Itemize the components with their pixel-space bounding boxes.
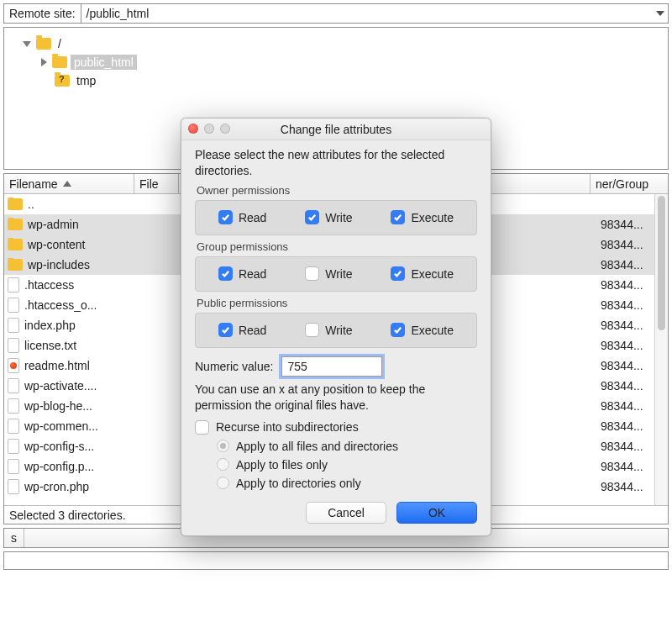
radio-icon bbox=[217, 477, 229, 489]
file-icon bbox=[8, 419, 19, 434]
recurse-row[interactable]: Recurse into subdirectories bbox=[195, 420, 477, 435]
file-owner: 98344... bbox=[601, 278, 643, 292]
dialog-body: Please select the new attributes for the… bbox=[181, 140, 491, 535]
file-name: license.txt bbox=[24, 339, 76, 352]
file-owner: 98344... bbox=[601, 440, 643, 453]
checkbox-icon[interactable] bbox=[305, 266, 319, 281]
file-icon bbox=[8, 479, 19, 494]
numeric-value-input[interactable] bbox=[281, 356, 382, 377]
tree-root[interactable]: / bbox=[8, 34, 664, 53]
perm-label: Read bbox=[239, 324, 266, 337]
checkbox-icon[interactable] bbox=[305, 210, 319, 224]
checkbox-icon[interactable] bbox=[218, 266, 233, 281]
perm-label: Execute bbox=[411, 324, 454, 337]
change-attributes-dialog: Change file attributes Please select the… bbox=[181, 118, 491, 536]
checkbox-icon[interactable] bbox=[305, 323, 319, 337]
tree-root-label: / bbox=[55, 36, 65, 51]
col-filesize[interactable]: File bbox=[134, 174, 179, 193]
file-owner: 98344... bbox=[601, 480, 643, 493]
chevron-down-icon[interactable] bbox=[656, 11, 664, 16]
file-icon bbox=[8, 398, 19, 414]
group-label-owner: Owner permissions bbox=[197, 184, 477, 197]
checkbox-icon[interactable] bbox=[218, 210, 233, 224]
remote-site-label: Remote site: bbox=[4, 7, 81, 20]
file-name: .htaccess bbox=[24, 278, 74, 292]
dialog-title: Change file attributes bbox=[281, 123, 391, 136]
remote-site-bar: Remote site: /public_html bbox=[3, 3, 669, 24]
folder-unknown-icon bbox=[55, 75, 70, 87]
file-icon bbox=[8, 277, 19, 293]
hint-text: You can use an x at any position to keep… bbox=[195, 382, 477, 414]
scrollbar[interactable] bbox=[654, 194, 668, 505]
folder-icon bbox=[8, 198, 23, 210]
public-write-toggle[interactable]: Write bbox=[305, 323, 352, 337]
checkbox-icon[interactable] bbox=[218, 323, 233, 337]
owner-read-toggle[interactable]: Read bbox=[218, 210, 266, 224]
dialog-titlebar[interactable]: Change file attributes bbox=[181, 119, 491, 140]
folder-icon bbox=[8, 259, 23, 271]
scrollbar-thumb[interactable] bbox=[658, 196, 665, 330]
recurse-checkbox[interactable] bbox=[195, 420, 209, 435]
checkbox-icon[interactable] bbox=[391, 266, 405, 281]
perm-label: Execute bbox=[411, 267, 454, 281]
group-read-toggle[interactable]: Read bbox=[218, 266, 266, 281]
file-name: wp-commen... bbox=[24, 419, 98, 433]
recurse-label: Recurse into subdirectories bbox=[216, 420, 359, 434]
file-name: wp-blog-he... bbox=[24, 399, 92, 413]
numeric-label: Numeric value: bbox=[195, 360, 273, 373]
file-owner: 98344... bbox=[601, 460, 643, 473]
file-name: wp-cron.php bbox=[24, 480, 89, 493]
public-execute-toggle[interactable]: Execute bbox=[391, 323, 454, 337]
col-filename[interactable]: Filename bbox=[4, 174, 134, 193]
traffic-lights bbox=[188, 124, 230, 134]
remote-site-field[interactable]: /public_html bbox=[81, 4, 668, 23]
close-icon[interactable] bbox=[188, 124, 198, 134]
tree-item[interactable]: public_html bbox=[8, 53, 664, 71]
folder-icon bbox=[36, 38, 51, 50]
ok-button[interactable]: OK bbox=[396, 502, 477, 524]
perm-label: Write bbox=[325, 324, 352, 337]
file-name: wp-config.p... bbox=[24, 460, 94, 473]
file-owner: 98344... bbox=[601, 258, 643, 271]
disclosure-down-icon[interactable] bbox=[23, 41, 31, 47]
col-owner[interactable]: ner/Group bbox=[591, 174, 668, 193]
file-icon bbox=[8, 439, 19, 454]
perm-label: Read bbox=[239, 211, 266, 224]
file-icon bbox=[8, 318, 19, 333]
disclosure-right-icon[interactable] bbox=[41, 58, 47, 66]
dialog-intro: Please select the new attributes for the… bbox=[195, 147, 477, 179]
recurse-options: Apply to all files and directories Apply… bbox=[217, 440, 477, 490]
file-owner: 98344... bbox=[601, 399, 643, 413]
public-read-toggle[interactable]: Read bbox=[218, 323, 266, 337]
file-name: .htaccess_o... bbox=[24, 298, 97, 312]
radio-apply-files: Apply to files only bbox=[217, 458, 477, 472]
checkbox-icon[interactable] bbox=[391, 210, 405, 224]
group-execute-toggle[interactable]: Execute bbox=[391, 266, 454, 281]
folder-icon bbox=[8, 239, 23, 250]
owner-write-toggle[interactable]: Write bbox=[305, 210, 352, 224]
radio-apply-all: Apply to all files and directories bbox=[217, 440, 477, 453]
tree-item-label: tmp bbox=[73, 73, 99, 88]
file-name: wp-content bbox=[28, 238, 85, 251]
dialog-buttons: Cancel OK bbox=[195, 502, 477, 524]
file-name: wp-activate.... bbox=[24, 379, 97, 393]
file-icon bbox=[8, 298, 19, 313]
file-owner: 98344... bbox=[601, 218, 643, 231]
perm-box-group: ReadWriteExecute bbox=[195, 256, 477, 292]
file-name: index.php bbox=[24, 319, 76, 332]
minimize-icon bbox=[204, 124, 214, 134]
file-name: wp-includes bbox=[28, 258, 90, 271]
owner-execute-toggle[interactable]: Execute bbox=[391, 210, 454, 224]
perm-label: Write bbox=[325, 267, 352, 281]
group-write-toggle[interactable]: Write bbox=[305, 266, 352, 281]
file-owner: 98344... bbox=[601, 359, 643, 372]
file-icon bbox=[8, 378, 19, 393]
perm-label: Execute bbox=[411, 211, 454, 224]
cancel-button[interactable]: Cancel bbox=[306, 502, 386, 524]
file-name: .. bbox=[28, 198, 34, 211]
checkbox-icon[interactable] bbox=[391, 323, 405, 337]
perm-box-public: ReadWriteExecute bbox=[195, 313, 477, 348]
tree-item[interactable]: tmp bbox=[8, 71, 664, 90]
numeric-row: Numeric value: bbox=[195, 356, 477, 377]
bottom-pane bbox=[3, 551, 669, 570]
